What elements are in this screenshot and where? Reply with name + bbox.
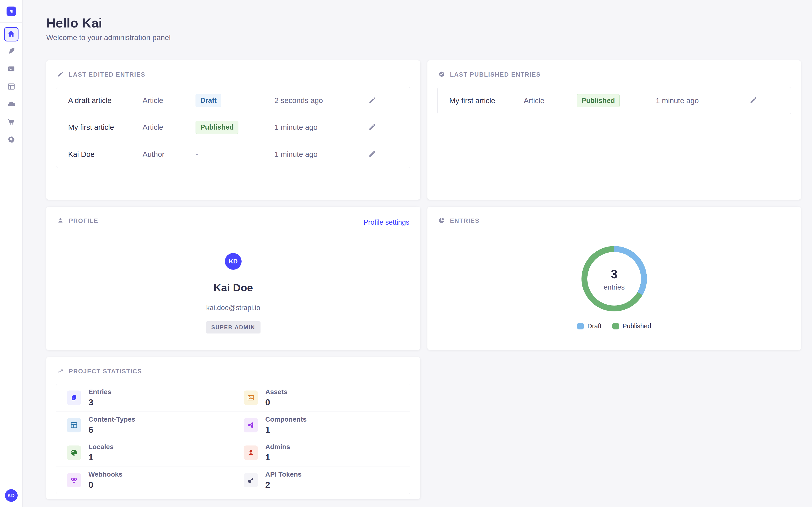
entry-kind: Article: [143, 123, 196, 131]
status-badge: Published: [196, 121, 239, 134]
trend-up-icon: [57, 368, 64, 375]
card-header: ENTRIES: [427, 207, 801, 233]
sidebar-item-content-manager[interactable]: [4, 45, 18, 59]
edit-entry-button[interactable]: [368, 150, 376, 159]
edit-entry-button[interactable]: [368, 96, 376, 105]
entry-time: 1 minute ago: [274, 123, 368, 131]
marketplace-icon: [7, 117, 15, 127]
last-published-table: My first article Article Published 1 min…: [437, 87, 791, 114]
content-manager-icon: [7, 47, 15, 57]
stats-grid: Entries3 Assets0 Content-Types6 Componen…: [56, 384, 410, 494]
sidebar-item-settings[interactable]: [4, 132, 18, 147]
legend-item-draft: Draft: [577, 323, 602, 330]
status-badge: Published: [577, 94, 620, 107]
locales-icon: [67, 446, 81, 460]
legend-item-published: Published: [612, 323, 651, 330]
strapi-admin-homepage: KD Hello Kai Welcome to your administrat…: [0, 0, 812, 507]
profile-name: Kai Doe: [214, 281, 253, 294]
entry-kind: Article: [143, 96, 196, 105]
sidebar-item-cloud[interactable]: [4, 97, 18, 112]
pie-chart-icon: [438, 217, 445, 225]
stat-admins: Admins1: [233, 439, 410, 466]
entry-name: A draft article: [68, 96, 143, 105]
profile-body: KD Kai Doe kai.doe@strapi.io SUPER ADMIN: [46, 253, 420, 334]
pencil-icon: [368, 155, 376, 159]
stat-locales: Locales1: [56, 439, 233, 466]
card-header: LAST PUBLISHED ENTRIES: [427, 60, 801, 87]
strapi-logo-icon: [6, 6, 16, 16]
pencil-icon: [749, 102, 757, 105]
edit-entry-button[interactable]: [368, 123, 376, 132]
legend-label: Published: [622, 323, 651, 330]
card-title: LAST PUBLISHED ENTRIES: [450, 71, 541, 78]
user-avatar[interactable]: KD: [5, 489, 17, 502]
profile-avatar: KD: [225, 253, 242, 270]
last-edited-table: A draft article Article Draft 2 seconds …: [56, 87, 410, 168]
stat-content-types: Content-Types6: [56, 411, 233, 439]
sidebar-footer: KD: [0, 484, 22, 507]
stat-label: Components: [265, 415, 307, 423]
assets-icon: [244, 391, 258, 405]
last-edited-entries-card: LAST EDITED ENTRIES A draft article Arti…: [46, 60, 420, 200]
entries-total-label: entries: [604, 283, 624, 291]
sidebar: KD: [0, 0, 22, 507]
table-row: Kai Doe Author - 1 minute ago: [56, 141, 410, 168]
stat-value: 2: [265, 480, 302, 490]
pencil-icon: [368, 102, 376, 105]
entries-donut-chart: 3 entries: [578, 243, 650, 316]
role-badge: SUPER ADMIN: [206, 321, 261, 334]
entries-icon: [67, 391, 81, 405]
content-types-icon: [67, 418, 81, 433]
stat-label: Entries: [89, 388, 111, 396]
stat-api-tokens: API Tokens2: [233, 466, 410, 494]
last-published-entries-card: LAST PUBLISHED ENTRIES My first article …: [427, 60, 801, 200]
stat-label: API Tokens: [265, 470, 302, 478]
media-library-icon: [7, 65, 15, 74]
sidebar-item-home[interactable]: [4, 27, 18, 42]
card-header: LAST EDITED ENTRIES: [46, 60, 420, 87]
entry-kind: Author: [143, 150, 196, 159]
entries-chart-card: ENTRIES 3 entries Draft Published: [427, 207, 801, 350]
stat-value: 0: [89, 480, 122, 490]
stat-label: Webhooks: [89, 470, 122, 478]
pencil-icon: [57, 71, 64, 78]
settings-icon: [7, 135, 15, 145]
components-icon: [244, 418, 258, 433]
stat-value: 0: [265, 397, 287, 407]
stat-label: Admins: [265, 443, 290, 451]
user-icon: [57, 217, 64, 225]
sidebar-item-marketplace[interactable]: [4, 115, 18, 129]
status-badge: -: [196, 150, 198, 158]
table-row: My first article Article Published 1 min…: [438, 87, 791, 114]
pencil-icon: [368, 128, 376, 132]
profile-card: PROFILE Profile settings KD Kai Doe kai.…: [46, 207, 420, 350]
card-title: LAST EDITED ENTRIES: [69, 71, 146, 78]
entry-name: My first article: [68, 123, 143, 131]
card-title: ENTRIES: [450, 217, 479, 224]
check-circle-icon: [438, 71, 445, 78]
cloud-icon: [7, 100, 15, 109]
entry-name: My first article: [449, 97, 524, 105]
legend-label: Draft: [587, 323, 602, 330]
donut-center-label: 3 entries: [578, 243, 650, 316]
stat-value: 1: [265, 425, 307, 435]
published-swatch: [612, 323, 619, 329]
entries-total: 3: [611, 267, 618, 281]
entry-kind: Article: [524, 97, 577, 105]
sidebar-item-content-type-builder[interactable]: [4, 80, 18, 94]
stat-assets: Assets0: [233, 384, 410, 411]
profile-settings-link[interactable]: Profile settings: [364, 218, 409, 226]
edit-entry-button[interactable]: [749, 96, 757, 105]
home-icon: [7, 30, 15, 39]
project-statistics-card: PROJECT STATISTICS Entries3 Assets0 Cont…: [46, 357, 420, 499]
chart-legend: Draft Published: [427, 323, 801, 330]
stat-value: 6: [89, 425, 135, 435]
content-type-builder-icon: [7, 82, 15, 92]
sidebar-item-media-library[interactable]: [4, 62, 18, 76]
entry-time: 2 seconds ago: [274, 96, 368, 105]
table-row: My first article Article Published 1 min…: [56, 114, 410, 141]
entry-name: Kai Doe: [68, 150, 143, 159]
status-badge: Draft: [196, 94, 221, 107]
stat-webhooks: Webhooks0: [56, 466, 233, 494]
api-tokens-icon: [244, 473, 258, 488]
